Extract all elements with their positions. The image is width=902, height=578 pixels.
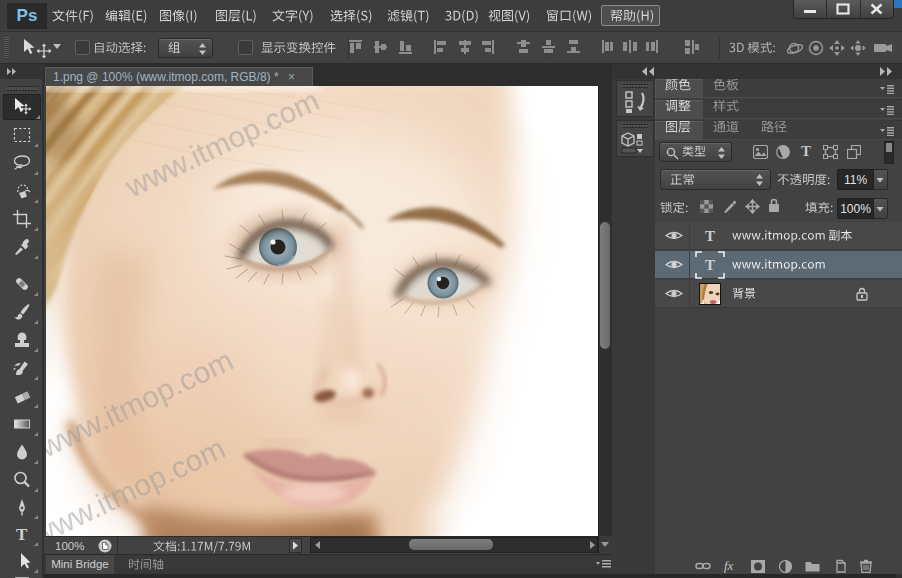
- svg-text:T: T: [16, 525, 28, 544]
